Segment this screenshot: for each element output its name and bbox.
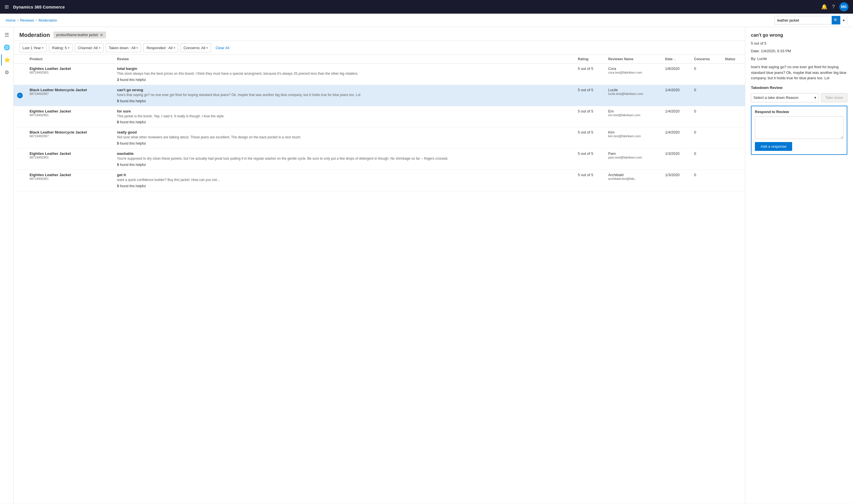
product-name: Eighties Leather Jacket bbox=[30, 151, 110, 156]
search-input[interactable] bbox=[775, 18, 832, 22]
detail-by: By: Lucile bbox=[751, 56, 847, 61]
sidebar-item-globe[interactable]: 🌐 bbox=[1, 42, 13, 53]
responded-filter-caret: ▾ bbox=[174, 46, 175, 50]
table-row[interactable]: ✓ Black Leather Motorcycle Jacket 687194… bbox=[14, 85, 745, 106]
sidebar-item-settings[interactable]: ⚙ bbox=[1, 67, 13, 78]
table-row[interactable]: Eighties Leather Jacket 68719492901 get … bbox=[14, 169, 745, 191]
row-checkbox-cell[interactable] bbox=[14, 169, 26, 191]
product-name: Eighties Leather Jacket bbox=[30, 67, 110, 71]
row-reviewer-cell: Pam pam.test@fabrikam.com bbox=[605, 149, 662, 170]
row-date-cell: 1/3/2020 bbox=[662, 169, 691, 191]
table-row[interactable]: Eighties Leather Jacket 68719492901 wash… bbox=[14, 149, 745, 170]
top-navigation: ⊞ Dynamics 365 Commerce 🔔 ? MG bbox=[0, 0, 853, 14]
period-filter[interactable]: Last 1 Year ▾ bbox=[19, 43, 47, 52]
col-concerns[interactable]: Concerns bbox=[691, 55, 721, 64]
channel-filter-caret: ▾ bbox=[99, 46, 100, 50]
rating-filter-label: Rating: 5 bbox=[52, 46, 67, 50]
respond-textarea[interactable] bbox=[755, 116, 843, 139]
helpful-count: 5 found this helpful bbox=[117, 99, 571, 103]
sidebar-item-menu[interactable]: ☰ bbox=[1, 29, 13, 41]
respond-to-review-box: Respond to Review Add a response bbox=[751, 106, 847, 155]
table-row[interactable]: Eighties Leather Jacket 68719492901 tota… bbox=[14, 64, 745, 85]
product-name: Black Leather Motorcycle Jacket bbox=[30, 88, 110, 92]
clear-all-button[interactable]: Clear All bbox=[215, 46, 229, 50]
reviewer-name: Pam bbox=[608, 151, 658, 156]
row-status-cell bbox=[721, 149, 745, 170]
row-reviewer-cell: Cora cora.test@fabrikam.com bbox=[605, 64, 662, 85]
row-rating-cell: 5 out of 5 bbox=[574, 149, 605, 170]
row-rating-cell: 5 out of 5 bbox=[574, 64, 605, 85]
row-product-cell: Eighties Leather Jacket 68719492901 bbox=[26, 149, 114, 170]
row-date-cell: 1/4/2020 bbox=[662, 85, 691, 106]
col-reviewer[interactable]: Reviewer Name bbox=[605, 55, 662, 64]
row-checkbox-cell[interactable] bbox=[14, 127, 26, 149]
notification-icon[interactable]: 🔔 bbox=[821, 4, 828, 10]
concerns-filter-label: Concerns: All bbox=[184, 46, 206, 50]
takedown-placeholder: Select a take down Reason bbox=[753, 95, 798, 100]
reviewer-email: pam.test@fabrikam.com bbox=[608, 156, 658, 159]
rating-filter[interactable]: Rating: 5 ▾ bbox=[49, 43, 72, 52]
concerns-filter[interactable]: Concerns: All ▾ bbox=[180, 43, 211, 52]
reviewer-email: lucile.test@fabrikam.com bbox=[608, 92, 658, 95]
row-review-cell: for sure This jacket is the bomb. Yep, I… bbox=[114, 106, 575, 127]
review-title: really good bbox=[117, 130, 571, 134]
takendown-filter[interactable]: Taken down : All ▾ bbox=[106, 43, 141, 52]
responded-filter[interactable]: Responded : All ▾ bbox=[143, 43, 178, 52]
row-checkmark: ✓ bbox=[17, 93, 23, 98]
review-title: get it bbox=[117, 173, 571, 177]
search-button[interactable]: 🔍 bbox=[832, 16, 840, 24]
review-body: want a quick confidence builder? Buy thi… bbox=[117, 178, 571, 182]
row-rating-cell: 5 out of 5 bbox=[574, 127, 605, 149]
concerns-filter-caret: ▾ bbox=[206, 46, 208, 50]
page-header: Moderation productName:leather jacket ✕ bbox=[14, 27, 745, 41]
product-id: 68719492901 bbox=[30, 71, 110, 74]
row-checkbox-cell[interactable] bbox=[14, 106, 26, 127]
row-checkbox-cell[interactable]: ✓ bbox=[14, 85, 26, 106]
detail-rating: 5 out of 5 bbox=[751, 41, 847, 46]
helpful-count: 3 found this helpful bbox=[117, 78, 571, 82]
reviewer-name: Cora bbox=[608, 67, 658, 71]
channel-filter[interactable]: Channel: All ▾ bbox=[75, 43, 103, 52]
takedown-button[interactable]: Take down bbox=[821, 93, 847, 102]
table-row[interactable]: Black Leather Motorcycle Jacket 68719492… bbox=[14, 127, 745, 149]
row-review-cell: get it want a quick confidence builder? … bbox=[114, 169, 575, 191]
tag-close-icon[interactable]: ✕ bbox=[100, 33, 103, 37]
add-response-button[interactable]: Add a response bbox=[755, 142, 792, 151]
waffle-icon[interactable]: ⊞ bbox=[4, 4, 13, 10]
product-name: Eighties Leather Jacket bbox=[30, 173, 110, 177]
row-reviewer-cell: Em em.test@fabrikam.com bbox=[605, 106, 662, 127]
responded-filter-label: Responded : All bbox=[146, 46, 172, 50]
avatar[interactable]: MG bbox=[839, 2, 849, 11]
col-review[interactable]: Review bbox=[114, 55, 575, 64]
sidebar: ☰ 🌐 ⭐ ⚙ bbox=[0, 27, 14, 504]
takedown-select[interactable]: Select a take down Reason ▾ bbox=[751, 93, 819, 102]
row-date-cell: 1/4/2020 bbox=[662, 127, 691, 149]
search-dropdown-button[interactable]: ▾ bbox=[840, 16, 847, 24]
product-id: 68719492901 bbox=[30, 156, 110, 159]
row-checkbox-cell[interactable] bbox=[14, 149, 26, 170]
breadcrumb-bar: Home › Reviews › Moderation 🔍 ▾ bbox=[0, 14, 853, 27]
row-status-cell bbox=[721, 64, 745, 85]
helpful-count: 5 found this helpful bbox=[117, 163, 571, 167]
takedown-caret: ▾ bbox=[814, 95, 816, 100]
helpful-count: 5 found this helpful bbox=[117, 142, 571, 145]
table-row[interactable]: Eighties Leather Jacket 68719492901 for … bbox=[14, 106, 745, 127]
review-body: This jacket is the bomb. Yep, I said it.… bbox=[117, 114, 571, 119]
product-id: 68719492901 bbox=[30, 177, 110, 180]
col-product[interactable]: Product bbox=[26, 55, 114, 64]
sidebar-item-reviews[interactable]: ⭐ bbox=[1, 54, 13, 66]
rating-filter-caret: ▾ bbox=[68, 46, 69, 50]
col-status[interactable]: Status bbox=[721, 55, 745, 64]
filter-bar: Last 1 Year ▾ Rating: 5 ▾ Channel: All ▾… bbox=[14, 41, 745, 55]
reviews-table-wrapper: Product Review Rating Reviewer Name Date… bbox=[14, 55, 745, 504]
period-filter-label: Last 1 Year bbox=[22, 46, 41, 50]
detail-body: how's that saying go? no one ever got fi… bbox=[751, 64, 847, 81]
row-checkbox-cell[interactable] bbox=[14, 64, 26, 85]
breadcrumb-home[interactable]: Home bbox=[6, 18, 16, 22]
row-review-cell: washable You're supposed to dry clean th… bbox=[114, 149, 575, 170]
col-date[interactable]: Date ↓ bbox=[662, 55, 691, 64]
col-rating[interactable]: Rating bbox=[574, 55, 605, 64]
breadcrumb-reviews[interactable]: Reviews bbox=[20, 18, 34, 22]
row-concerns-cell: 0 bbox=[691, 106, 721, 127]
help-icon[interactable]: ? bbox=[832, 4, 835, 10]
